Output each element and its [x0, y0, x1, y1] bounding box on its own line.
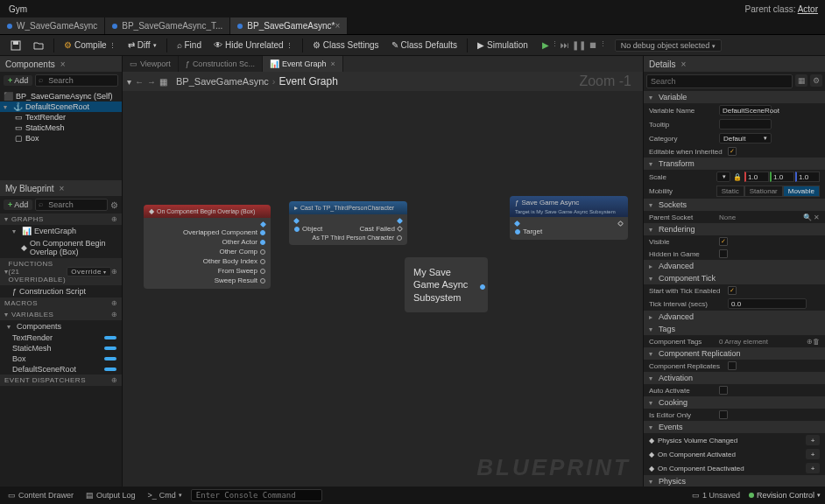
close-icon[interactable]: × [330, 60, 335, 68]
tooltip-input[interactable] [719, 119, 772, 130]
var-item[interactable]: TextRender [0, 332, 122, 343]
details-tab[interactable]: Details [649, 60, 676, 69]
file-tab-2[interactable]: BP_SaveGameAsync_T... [105, 18, 230, 34]
component-item[interactable]: ▭TextRender [0, 112, 122, 122]
browse-icon[interactable]: 🔍 [803, 214, 812, 221]
cat-events[interactable]: ▾Events [644, 421, 825, 433]
find-button[interactable]: ⌕Find [172, 38, 207, 52]
node-save[interactable]: ƒSave Game Async Target is My Save Game … [510, 196, 628, 240]
component-item[interactable]: ▭StaticMesh [0, 122, 122, 133]
breadcrumb-root[interactable]: BP_SaveGameAsync [176, 76, 269, 87]
var-item[interactable]: Box [0, 354, 122, 364]
gear-icon[interactable]: ⚙ [110, 200, 118, 210]
cat-sockets[interactable]: ▾Sockets [644, 199, 825, 211]
lock-icon[interactable]: 🔒 [733, 173, 742, 181]
cat-physics[interactable]: ▾Physics [644, 475, 825, 486]
cat-transform[interactable]: ▾Transform [644, 158, 825, 170]
unsaved-button[interactable]: ▭1 Unsaved [688, 491, 744, 500]
class-defaults-button[interactable]: ✎Class Defaults [386, 38, 462, 52]
construction-script[interactable]: ƒConstruction Script [0, 285, 122, 298]
compile-button[interactable]: ⚙Compile⋮ [59, 38, 121, 52]
cat-variable[interactable]: ▾Variable [644, 91, 825, 103]
hidden-checkbox[interactable] [719, 249, 728, 258]
revision-control-button[interactable]: Revision Control▾ [749, 491, 821, 500]
node-cast[interactable]: ▸Cast To TP_ThirdPersonCharacter ObjectC… [289, 201, 407, 245]
details-search[interactable] [646, 74, 793, 88]
cat-replication[interactable]: ▾Component Replication [644, 347, 825, 360]
var-item[interactable]: DefaultSceneRoot [0, 364, 122, 374]
add-blueprint-button[interactable]: +Add [4, 200, 32, 210]
browse-button[interactable] [28, 38, 49, 52]
cat-rendering[interactable]: ▾Rendering [644, 223, 825, 235]
file-tab-3[interactable]: BP_SaveGameAsync*× [230, 18, 348, 34]
components-var-group[interactable]: ▾Components [0, 320, 122, 332]
tick-interval-input[interactable]: 0.0 [728, 298, 807, 309]
clear-array-icon[interactable]: 🗑 [813, 338, 820, 346]
components-tab[interactable]: Components [5, 60, 55, 69]
nav-fwd-icon[interactable]: → [147, 77, 156, 87]
debug-object-select[interactable]: No debug object selected ▾ [615, 39, 722, 52]
visible-checkbox[interactable]: ✓ [719, 237, 728, 246]
cat-advanced-2[interactable]: ▸Advanced [644, 311, 825, 323]
node-overlap[interactable]: ◆On Component Begin Overlap (Box) Overla… [144, 205, 271, 289]
editoronly-checkbox[interactable] [719, 410, 728, 419]
node-subsystem[interactable]: My Save Game Async Subsystem [405, 257, 488, 312]
console-input[interactable] [191, 489, 322, 501]
stop-icon[interactable]: ⏹ [589, 40, 597, 50]
close-icon[interactable]: × [335, 21, 340, 31]
graph-canvas[interactable]: ◆On Component Begin Overlap (Box) Overla… [123, 91, 643, 486]
details-gear-icon[interactable]: ⚙ [810, 74, 822, 87]
eventgraph-item[interactable]: ▾📊EventGraph [0, 225, 122, 237]
skip-icon[interactable]: ⏭ [561, 40, 569, 50]
clear-icon[interactable]: ✕ [814, 214, 820, 221]
variables-section[interactable]: ▾VARIABLES⊕ [0, 309, 122, 320]
parent-class-link[interactable]: Actor [798, 4, 818, 14]
add-event-button[interactable]: + [806, 435, 820, 445]
class-settings-button[interactable]: ⚙Class Settings [307, 38, 384, 52]
cat-tags[interactable]: ▾Tags [644, 323, 825, 335]
file-tab-1[interactable]: W_SaveGameAsync [0, 18, 105, 34]
dispatchers-section[interactable]: EVENT DISPATCHERS⊕ [0, 374, 122, 386]
pause-icon[interactable]: ❚❚ [572, 40, 586, 50]
cat-cooking[interactable]: ▾Cooking [644, 396, 825, 409]
myblueprint-tab[interactable]: My Blueprint [5, 184, 54, 193]
variable-name-input[interactable]: DefaultSceneRoot [719, 105, 772, 116]
construction-tab[interactable]: ƒConstruction Sc... [179, 56, 263, 72]
macros-section[interactable]: MACROS⊕ [0, 298, 122, 309]
content-drawer-button[interactable]: ▭Content Drawer [4, 491, 77, 500]
component-self[interactable]: ⬛BP_SaveGameAsync (Self) [0, 91, 122, 102]
editable-checkbox[interactable]: ✓ [728, 147, 737, 156]
gym-menu[interactable]: Gym [0, 4, 36, 14]
add-component-button[interactable]: +Add [4, 75, 32, 86]
close-icon[interactable]: × [60, 60, 66, 69]
replicates-checkbox[interactable] [728, 361, 737, 370]
play-icon[interactable]: ▶ [542, 40, 549, 50]
functions-section[interactable]: ▾FUNCTIONS (21 OVERRIDABLE)Override▾⊕ [0, 258, 122, 285]
add-event-button[interactable]: + [806, 463, 820, 473]
add-event-button[interactable]: + [806, 449, 820, 459]
cat-tick[interactable]: ▾Component Tick [644, 272, 825, 284]
search-components[interactable]: Search [35, 74, 118, 87]
graphs-section[interactable]: ▾GRAPHS⊕ [0, 214, 122, 225]
search-blueprint[interactable]: Search [35, 199, 108, 211]
viewport-tab[interactable]: ▭Viewport [123, 56, 179, 72]
var-item[interactable]: StaticMesh [0, 343, 122, 354]
cmd-button[interactable]: >_Cmd▾ [145, 491, 186, 500]
tick-enabled-checkbox[interactable]: ✓ [728, 286, 737, 295]
grid-icon[interactable]: ▦ [159, 77, 167, 87]
save-button[interactable] [5, 38, 26, 52]
scale-vec3[interactable]: 1.01.01.0 [744, 172, 820, 182]
cat-advanced-1[interactable]: ▸Advanced [644, 260, 825, 272]
diff-button[interactable]: ⇄Diff▾ [123, 38, 162, 52]
mobility-segment[interactable]: StaticStationarMovable [716, 186, 820, 197]
event-item[interactable]: ◆On Component Begin Overlap (Box) [0, 237, 122, 258]
simulation-button[interactable]: ▶Simulation [472, 38, 533, 52]
component-item[interactable]: ▢Box [0, 133, 122, 144]
category-select[interactable]: Default▾ [719, 133, 772, 144]
hide-unrelated-button[interactable]: 👁Hide Unrelated⋮ [208, 38, 298, 52]
output-log-button[interactable]: ▤Output Log [82, 491, 139, 500]
add-array-icon[interactable]: ⊕ [807, 338, 813, 346]
autoactivate-checkbox[interactable] [719, 386, 728, 395]
override-button[interactable]: Override▾ [67, 267, 110, 276]
cat-activation[interactable]: ▾Activation [644, 372, 825, 384]
